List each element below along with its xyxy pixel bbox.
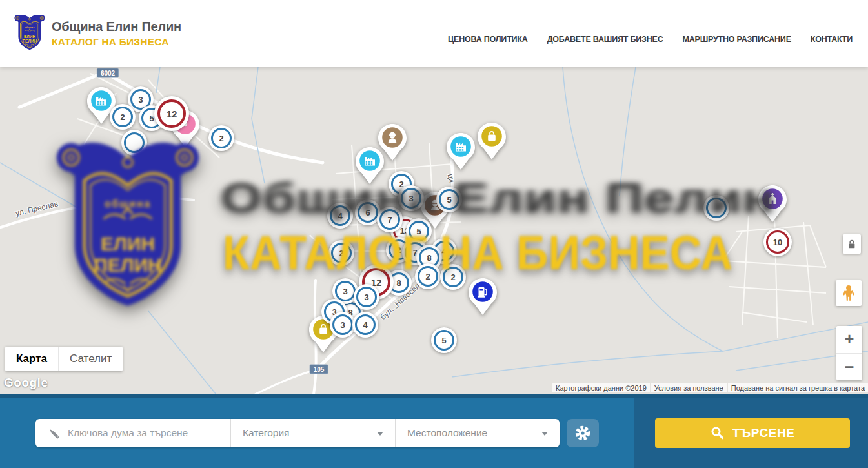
keyword-search-input[interactable] [68,427,223,439]
map-cluster-marker[interactable]: 10 [763,228,792,256]
map-cluster-marker[interactable]: 7 [377,207,403,232]
site-logo[interactable]: Община Елин Пелин КАТАЛОГ НА БИЗНЕСА [14,14,181,53]
nav-item-bus-schedule[interactable]: МАРШРУТНО РАЗПИСАНИЕ [682,35,791,44]
map-pin-factory[interactable] [355,147,385,188]
search-submit-label: ТЪРСЕНЕ [732,426,795,440]
keyword-field [35,419,230,447]
map-type-map-button[interactable]: Карта [5,347,58,371]
map-cluster-marker[interactable]: 3 [398,185,424,211]
attribution-report-error-link[interactable]: Подаване на сигнал за грешка в картата [728,383,868,392]
markers-layer: 3251222351364752274822812833334510 [0,67,868,394]
map-cluster-marker[interactable]: 2 [208,125,234,151]
google-logo: Google [4,376,48,390]
map-cluster-marker[interactable]: 2 [328,240,354,266]
category-select-label: Категория [243,427,289,439]
map-cluster-marker[interactable]: 5 [436,187,462,212]
map-lock-button[interactable] [843,234,861,254]
street-view-pegman-button[interactable] [836,280,862,306]
site-title: Община Елин Пелин [52,19,181,34]
map-cluster-marker[interactable]: 4 [327,203,353,229]
location-select-label: Местоположение [407,427,487,439]
map-canvas[interactable]: 6002105 ул. Преславбул. „Новоселци [0,67,868,394]
map-cluster-marker[interactable]: 3 [354,284,379,310]
zoom-control: + − [836,326,862,380]
municipality-crest-icon [14,14,45,53]
main-nav: ЦЕНОВА ПОЛИТИКА ДОБАВЕТЕ ВАШИЯТ БИЗНЕС М… [448,35,853,44]
map-cluster-marker[interactable]: 3 [330,312,356,338]
site-subtitle: КАТАЛОГ НА БИЗНЕСА [52,36,181,48]
map-cluster-marker[interactable]: 12 [154,96,189,131]
chevron-down-icon [377,432,383,436]
attribution-terms-link[interactable]: Условия за ползване [651,383,727,392]
map-pin-fuel[interactable] [468,278,498,319]
nav-item-contacts[interactable]: КОНТАКТИ [811,35,853,44]
search-submit-button[interactable]: ТЪРСЕНЕ [655,418,850,448]
map-pin-factory[interactable] [446,132,476,174]
map-cluster-marker[interactable] [703,195,729,221]
logo-text: Община Елин Пелин КАТАЛОГ НА БИЗНЕСА [52,19,181,48]
chevron-down-icon [541,432,548,436]
pencil-icon [47,427,60,440]
pegman-icon [841,285,856,301]
magnifier-icon [711,426,725,440]
header: Община Елин Пелин КАТАЛОГ НА БИЗНЕСА ЦЕН… [0,0,868,67]
map-type-satellite-button[interactable]: Сателит [58,347,123,371]
map-cluster-marker[interactable]: 5 [431,327,457,353]
location-select[interactable]: Местоположение [395,419,560,447]
search-bar: Категория Местоположение ТЪРСЕНЕ [0,394,868,468]
nav-item-pricing[interactable]: ЦЕНОВА ПОЛИТИКА [448,35,528,44]
advanced-search-settings-button[interactable] [567,419,599,447]
nav-item-add-business[interactable]: ДОБАВЕТЕ ВАШИЯТ БИЗНЕС [547,35,663,44]
map-cluster-marker[interactable]: 4 [352,312,378,338]
search-fields: Категория Местоположение [35,419,560,447]
category-select[interactable]: Категория [230,419,395,447]
map-cluster-marker[interactable] [121,130,147,156]
zoom-in-button[interactable]: + [836,326,862,354]
map-type-control: Карта Сателит [5,347,123,371]
map-pin-church[interactable] [758,185,787,226]
map-pin-bag[interactable] [477,122,507,163]
lock-icon [847,238,857,250]
map-cluster-marker[interactable]: 2 [110,104,136,130]
map-attribution: Картографски данни ©2019 Условия за полз… [552,383,868,392]
attribution-copyright: Картографски данни ©2019 [552,383,650,392]
gear-icon [574,425,591,442]
map-cluster-marker[interactable]: 2 [440,264,466,290]
zoom-out-button[interactable]: − [836,354,862,381]
map-cluster-marker[interactable]: 2 [415,263,441,289]
